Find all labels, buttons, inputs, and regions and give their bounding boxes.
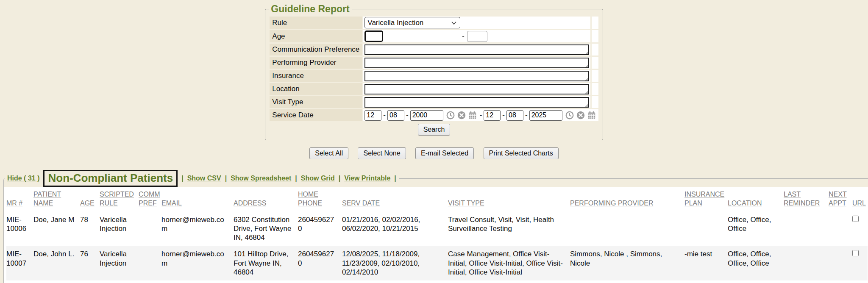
cell-serv-date: 01/06/2022, 07/12/2003, 04/01/2007, 04/0… bbox=[342, 280, 448, 283]
cell-scripted-rule: Varicella Injection bbox=[100, 280, 139, 283]
col-header-visit-type[interactable]: VISIT TYPE bbox=[448, 188, 570, 211]
table-header-row: MR # PATIENTNAME AGE SCRIPTEDRULE COMMPR… bbox=[6, 188, 868, 211]
cell-email bbox=[161, 280, 234, 283]
row-checkbox[interactable] bbox=[852, 250, 859, 256]
performing-provider-input[interactable] bbox=[364, 58, 589, 68]
cell-mr: MIE-10007 bbox=[6, 246, 33, 280]
visit-type-input[interactable] bbox=[364, 97, 589, 108]
cell-address: 101 Hilltop Drive, Fort Wayne IN, 46804 bbox=[234, 246, 298, 280]
row-checkbox[interactable] bbox=[852, 216, 859, 222]
patients-table: MR # PATIENTNAME AGE SCRIPTEDRULE COMMPR… bbox=[6, 188, 868, 283]
col-header-serv-date[interactable]: SERV DATE bbox=[342, 188, 448, 211]
rule-label: Rule bbox=[270, 17, 362, 29]
cell-next-appt bbox=[829, 246, 852, 280]
clear-icon[interactable] bbox=[576, 111, 585, 120]
clock-icon[interactable] bbox=[565, 111, 574, 120]
hide-link[interactable]: Hide ( 31 ) bbox=[7, 175, 39, 182]
cell-home-phone: 2604596270 bbox=[298, 211, 342, 246]
cell-patient-name: Doe, Jane M bbox=[33, 211, 80, 246]
select-none-button[interactable]: Select None bbox=[358, 147, 406, 159]
service-date-from-month[interactable] bbox=[364, 110, 381, 121]
guideline-report-legend: Guideline Report bbox=[269, 3, 351, 15]
clock-icon[interactable] bbox=[446, 111, 455, 120]
form-spacer-cell bbox=[592, 17, 598, 29]
cell-email: horner@mieweb.com bbox=[161, 211, 234, 246]
cell-location: Office, Office, Office, Office bbox=[728, 246, 784, 280]
search-button[interactable]: Search bbox=[418, 124, 451, 136]
cell-age: 76 bbox=[80, 246, 100, 280]
print-selected-charts-button[interactable]: Print Selected Charts bbox=[484, 147, 559, 159]
form-spacer-cell bbox=[592, 44, 598, 55]
link-separator: | bbox=[225, 175, 227, 182]
col-header-email[interactable]: EMAIL bbox=[161, 188, 234, 211]
visit-type-label: Visit Type bbox=[270, 96, 362, 108]
service-date-to-month[interactable] bbox=[484, 110, 501, 121]
link-separator: | bbox=[339, 175, 340, 182]
col-header-url[interactable]: URL bbox=[852, 188, 868, 211]
location-input[interactable] bbox=[364, 84, 589, 94]
show-csv-link[interactable]: Show CSV bbox=[187, 175, 221, 182]
form-spacer-cell bbox=[592, 96, 598, 108]
table-row: MIE-10007 Doe, John L. 76 Varicella Inje… bbox=[6, 246, 868, 280]
date-part-separator: - bbox=[406, 111, 409, 119]
col-header-patient-name[interactable]: PATIENTNAME bbox=[33, 188, 80, 211]
cell-scripted-rule: Varicella Injection bbox=[100, 211, 139, 246]
cell-insurance-plan bbox=[684, 280, 728, 283]
link-separator: | bbox=[295, 175, 297, 182]
col-header-last-reminder[interactable]: LASTREMINDER bbox=[784, 188, 829, 211]
age-range-separator: - bbox=[462, 32, 465, 41]
col-header-mr[interactable]: MR # bbox=[6, 188, 33, 211]
view-printable-link[interactable]: View Printable bbox=[344, 175, 390, 182]
col-header-scripted-rule[interactable]: SCRIPTEDRULE bbox=[100, 188, 139, 211]
show-spreadsheet-link[interactable]: Show Spreadsheet bbox=[231, 175, 291, 182]
service-date-label: Service Date bbox=[270, 109, 362, 121]
guideline-report-form: Guideline Report Rule Varicella Injectio… bbox=[265, 3, 603, 140]
col-header-age[interactable]: AGE bbox=[80, 188, 100, 211]
cell-patient-name: Smith, Joe bbox=[33, 280, 80, 283]
col-header-performing-provider[interactable]: PERFORMING PROVIDER bbox=[570, 188, 684, 211]
col-header-home-phone[interactable]: HOMEPHONE bbox=[298, 188, 342, 211]
col-header-insurance-plan[interactable]: INSURANCEPLAN bbox=[684, 188, 728, 211]
date-part-separator: - bbox=[502, 111, 505, 119]
cell-address: 6302 Constitution Drive, Fort Wayne IN, … bbox=[234, 211, 298, 246]
age-label: Age bbox=[270, 30, 362, 42]
cell-home-phone: 2604596270 bbox=[298, 246, 342, 280]
non-compliant-patients-section: Hide ( 31 ) Non-Compliant Patients | Sho… bbox=[3, 170, 868, 283]
calendar-icon[interactable] bbox=[587, 111, 596, 120]
cell-visit-type: Visit, Pediatric Exam, Pediatric Exam, P… bbox=[448, 280, 570, 283]
col-header-location[interactable]: LOCATION bbox=[728, 188, 784, 211]
service-date-to-year[interactable] bbox=[529, 110, 562, 121]
clear-icon[interactable] bbox=[457, 111, 466, 120]
location-label: Location bbox=[270, 83, 362, 95]
rule-select[interactable]: Varicella Injection bbox=[364, 17, 460, 28]
cell-serv-date: 01/21/2016, 02/02/2016, 06/02/2020, 10/2… bbox=[342, 211, 448, 246]
service-date-from-day[interactable] bbox=[387, 110, 404, 121]
show-grid-link[interactable]: Show Grid bbox=[301, 175, 335, 182]
col-header-address[interactable]: ADDRESS bbox=[234, 188, 298, 211]
date-range-separator: - bbox=[480, 111, 482, 119]
service-date-to-day[interactable] bbox=[506, 110, 523, 121]
cell-comm-pref bbox=[139, 280, 161, 283]
cell-serv-date: 12/08/2025, 11/18/2009, 11/23/2009, 02/1… bbox=[342, 246, 448, 280]
cell-performing-provider bbox=[570, 211, 684, 246]
col-header-next-appt[interactable]: NEXTAPPT bbox=[829, 188, 852, 211]
communication-preference-input[interactable] bbox=[364, 44, 589, 55]
email-selected-button[interactable]: E-mail Selected bbox=[415, 147, 474, 159]
insurance-input[interactable] bbox=[364, 71, 589, 81]
cell-last-reminder bbox=[784, 211, 829, 246]
age-to-input[interactable] bbox=[467, 31, 487, 42]
form-spacer-cell bbox=[592, 30, 598, 42]
select-all-button[interactable]: Select All bbox=[309, 147, 348, 159]
cell-location: Office, Office, Office bbox=[728, 211, 784, 246]
cell-age: 7 bbox=[80, 280, 100, 283]
cell-visit-type: Case Management, Office Visit-Initial, O… bbox=[448, 246, 570, 280]
calendar-icon[interactable] bbox=[468, 111, 477, 120]
col-header-comm-pref[interactable]: COMMPREF bbox=[139, 188, 161, 211]
cell-next-appt bbox=[829, 280, 852, 283]
age-from-input[interactable] bbox=[364, 31, 383, 42]
service-date-from-year[interactable] bbox=[410, 110, 443, 121]
cell-performing-provider bbox=[570, 280, 684, 283]
communication-preference-label: Communication Preference bbox=[270, 44, 362, 55]
cell-mr: MIE-10006 bbox=[6, 211, 33, 246]
form-spacer-cell bbox=[592, 57, 598, 69]
